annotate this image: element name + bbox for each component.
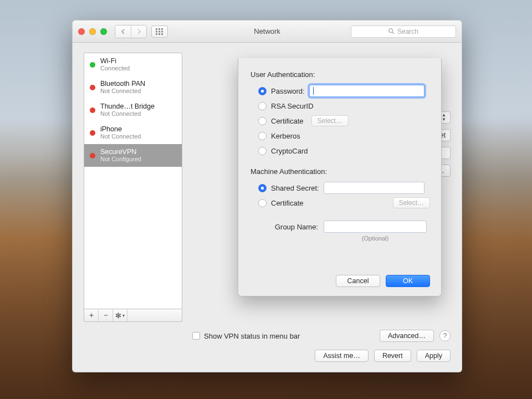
window-titlebar: Network Search <box>73 21 462 43</box>
status-dot-icon <box>90 108 95 113</box>
show-vpn-status-checkbox[interactable]: Show VPN status in menu bar <box>192 332 300 340</box>
svg-rect-6 <box>156 33 157 35</box>
status-dot-icon <box>90 85 95 90</box>
option-label: Password: <box>271 87 305 95</box>
option-label: Kerberos <box>271 132 300 140</box>
svg-line-10 <box>392 32 394 34</box>
radio-icon <box>258 147 267 155</box>
checkbox-box-icon <box>192 332 200 340</box>
user-auth-heading: User Authentication: <box>250 70 430 79</box>
network-prefs-window: Network Search Wi-Fi Connected <box>72 20 462 372</box>
svg-rect-5 <box>161 30 163 32</box>
checkbox-label: Show VPN status in menu bar <box>204 332 300 340</box>
search-input[interactable]: Search <box>351 25 456 38</box>
back-forward-segment <box>115 25 147 38</box>
service-status: Connected <box>100 65 130 72</box>
svg-rect-1 <box>158 28 160 30</box>
apply-button[interactable]: Apply <box>417 350 451 362</box>
close-icon[interactable] <box>78 28 85 35</box>
user-auth-option-rsa[interactable]: RSA SecurID <box>258 99 430 112</box>
svg-rect-0 <box>156 28 157 30</box>
text-caret-icon <box>313 87 314 95</box>
button-label: Cancel <box>347 277 369 285</box>
forward-button[interactable] <box>131 25 146 38</box>
sidebar-item-bluetooth-pan[interactable]: Bluetooth PAN Not Connected <box>84 76 182 99</box>
radio-icon <box>258 184 267 192</box>
svg-point-9 <box>389 29 393 33</box>
show-all-button[interactable] <box>151 25 168 38</box>
window-footer: Assist me… Revert Apply <box>73 345 462 372</box>
user-cert-select-button: Select… <box>311 115 349 126</box>
sidebar-item-wifi[interactable]: Wi-Fi Connected <box>84 53 182 76</box>
option-label: CryptoCard <box>271 147 308 155</box>
cancel-button[interactable]: Cancel <box>336 275 380 287</box>
option-label: RSA SecurID <box>271 102 314 110</box>
button-label: Advanced… <box>388 332 426 340</box>
minimize-icon[interactable] <box>89 28 96 35</box>
user-auth-option-certificate[interactable]: Certificate Select… <box>258 114 430 127</box>
svg-rect-4 <box>158 30 160 32</box>
button-label: Select… <box>399 199 424 207</box>
radio-icon <box>258 132 267 140</box>
status-dot-icon <box>90 62 95 68</box>
group-name-optional-hint: (Optional) <box>324 235 427 242</box>
option-label: Certificate <box>271 117 304 125</box>
search-placeholder: Search <box>397 28 418 35</box>
sidebar-item-securevpn[interactable]: SecureVPN Not Configured <box>84 144 182 167</box>
services-sidebar: Wi-Fi Connected Bluetooth PAN Not Connec… <box>84 53 182 322</box>
group-name-input[interactable] <box>324 221 427 233</box>
group-name-row: Group Name: <box>250 221 430 233</box>
machine-auth-option-shared-secret[interactable]: Shared Secret: <box>258 181 430 195</box>
advanced-button[interactable]: Advanced… <box>380 330 434 342</box>
traffic-lights <box>78 28 107 35</box>
service-action-menu[interactable]: ✻ <box>113 309 127 321</box>
svg-rect-7 <box>158 33 160 35</box>
assist-me-button[interactable]: Assist me… <box>315 350 369 362</box>
user-auth-option-password[interactable]: Password: <box>258 84 430 98</box>
machine-auth-heading: Machine Authentication: <box>250 167 430 176</box>
service-name: SecureVPN <box>100 148 141 156</box>
user-auth-option-cryptocard[interactable]: CryptoCard <box>258 144 430 157</box>
option-label: Shared Secret: <box>271 184 319 192</box>
button-label: Select… <box>318 117 342 125</box>
zoom-icon[interactable] <box>100 28 107 35</box>
service-name: Bluetooth PAN <box>100 80 145 88</box>
service-status: Not Connected <box>100 88 145 95</box>
sheet-button-row: Cancel OK <box>336 275 430 287</box>
button-label: OK <box>403 277 413 285</box>
user-auth-option-kerberos[interactable]: Kerberos <box>258 129 430 142</box>
button-label: Revert <box>382 352 403 360</box>
service-status: Not Connected <box>100 110 155 117</box>
radio-icon <box>258 102 267 110</box>
service-name: Thunde…t Bridge <box>100 103 155 110</box>
radio-icon <box>258 117 267 125</box>
back-button[interactable] <box>115 25 131 38</box>
service-status: Not Configured <box>100 156 141 163</box>
radio-icon <box>258 87 267 95</box>
revert-button[interactable]: Revert <box>374 350 411 362</box>
services-list-toolbar: ＋ － ✻ <box>84 309 182 322</box>
machine-auth-option-certificate[interactable]: Certificate Select… <box>258 196 430 209</box>
status-dot-icon <box>90 130 95 136</box>
service-name: iPhone <box>100 125 141 133</box>
svg-rect-3 <box>156 30 157 32</box>
sidebar-item-thunderbolt-bridge[interactable]: Thunde…t Bridge Not Connected <box>84 99 182 121</box>
help-button[interactable]: ? <box>439 330 451 341</box>
sidebar-item-iphone[interactable]: iPhone Not Connected <box>84 121 182 144</box>
remove-service-button[interactable]: － <box>99 309 113 321</box>
services-list[interactable]: Wi-Fi Connected Bluetooth PAN Not Connec… <box>84 53 182 309</box>
button-label: Apply <box>425 352 442 360</box>
add-service-button[interactable]: ＋ <box>84 309 99 321</box>
service-status: Not Connected <box>100 133 141 140</box>
machine-cert-select-button: Select… <box>393 197 430 208</box>
button-label: Assist me… <box>323 352 360 360</box>
radio-icon <box>258 199 267 207</box>
shared-secret-input[interactable] <box>324 182 424 194</box>
service-name: Wi-Fi <box>100 57 130 65</box>
option-label: Certificate <box>271 199 304 207</box>
group-name-label: Group Name: <box>250 223 318 231</box>
password-input[interactable] <box>309 85 424 97</box>
detail-footer: Show VPN status in menu bar Advanced… ? <box>73 322 462 345</box>
svg-rect-2 <box>161 28 163 30</box>
ok-button[interactable]: OK <box>386 275 430 287</box>
